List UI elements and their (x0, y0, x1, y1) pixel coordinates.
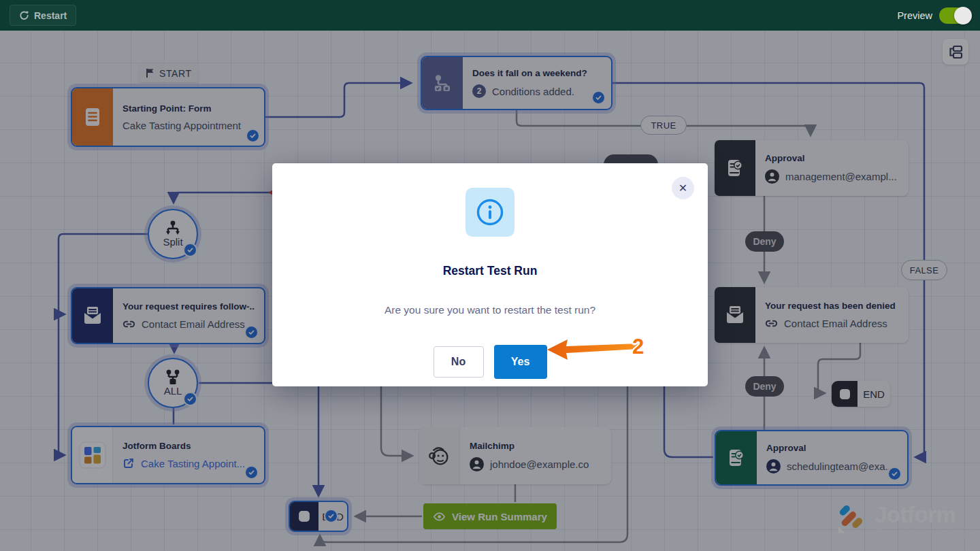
restart-label: Restart (34, 10, 67, 21)
workflow-builder-app: START Starting Point: Form Cake Tasting … (0, 0, 980, 551)
refresh-icon (19, 10, 29, 20)
preview-control: Preview (897, 7, 970, 24)
info-tile (466, 188, 514, 237)
toggle-knob (954, 7, 972, 24)
modal-message: Are you sure you want to restart the tes… (385, 304, 595, 316)
top-toolbar: Restart Preview (0, 0, 980, 31)
modal-title: Restart Test Run (443, 264, 538, 278)
preview-toggle[interactable] (939, 7, 970, 24)
yes-button[interactable]: Yes (494, 345, 547, 379)
info-icon (475, 197, 505, 227)
annotation-arrow (542, 333, 644, 366)
restart-button[interactable]: Restart (10, 5, 76, 26)
no-button[interactable]: No (434, 346, 484, 378)
annotation-step-number: 2 (632, 335, 644, 359)
close-icon[interactable]: ✕ (672, 177, 694, 199)
preview-label: Preview (897, 10, 932, 21)
modal-actions: No Yes (434, 345, 547, 379)
